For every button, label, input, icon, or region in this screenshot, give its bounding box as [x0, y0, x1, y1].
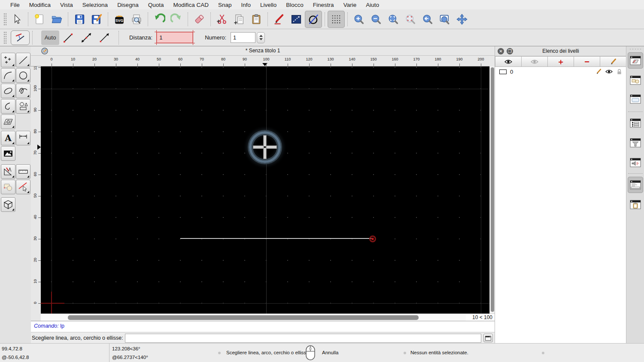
select-window-button[interactable]: [288, 11, 305, 28]
line-tool-button[interactable]: [16, 53, 30, 67]
distance-input[interactable]: [157, 32, 193, 43]
line-double-arrow-button[interactable]: [77, 30, 95, 45]
text-tool-button[interactable]: A: [1, 131, 15, 145]
number-stepper[interactable]: [257, 32, 265, 43]
dock-drag-handle[interactable]: [629, 48, 642, 50]
snap-options-button[interactable]: [11, 30, 30, 45]
layer-edit-pencil-icon[interactable]: [595, 69, 601, 75]
menu-disegna[interactable]: Disegna: [112, 2, 143, 8]
command-line-dock-button[interactable]: [628, 177, 643, 193]
block-list-dock-button[interactable]: [628, 72, 643, 88]
modify-tool-button[interactable]: [1, 164, 15, 179]
polyline-tool-button[interactable]: [1, 99, 15, 114]
hint-bullet: [404, 352, 406, 354]
menu-varie[interactable]: Varie: [339, 2, 361, 8]
zoom-pan-button[interactable]: [453, 11, 471, 28]
blocks-tool-button[interactable]: [1, 180, 15, 194]
toolbar-drag-handle[interactable]: [3, 13, 6, 26]
vertical-scrollbar[interactable]: [489, 66, 495, 314]
shapes-tool-button[interactable]: [16, 99, 30, 114]
open-folder-button[interactable]: [48, 11, 65, 28]
menu-vista[interactable]: Vista: [55, 2, 78, 8]
points-tool-button[interactable]: [1, 53, 15, 67]
edit-entity-button[interactable]: [270, 11, 288, 28]
grid-toggle-button[interactable]: [328, 11, 345, 28]
line-entity[interactable]: [180, 238, 373, 239]
menu-modifica[interactable]: Modifica: [24, 2, 55, 8]
edit-layer-button[interactable]: [600, 56, 626, 67]
zoom-auto-button[interactable]: [385, 11, 402, 28]
select-tool-button[interactable]: [16, 180, 30, 194]
image-tool-button[interactable]: [1, 146, 15, 161]
layer-lock-icon[interactable]: [617, 69, 622, 75]
circle-tool-button[interactable]: [16, 68, 30, 83]
entity-list-dock-button[interactable]: [628, 115, 643, 131]
stepper-up-icon[interactable]: [259, 35, 263, 37]
layer-row[interactable]: 0: [495, 67, 626, 76]
zoom-out-button[interactable]: [368, 11, 385, 28]
layer-list-dock-button[interactable]: [628, 52, 643, 69]
remove-layer-button[interactable]: −: [574, 56, 600, 67]
arc-tool-button[interactable]: [1, 68, 15, 83]
menu-quota[interactable]: Quota: [143, 2, 169, 8]
cut-button[interactable]: [213, 11, 231, 28]
menu-seleziona[interactable]: Seleziona: [78, 2, 112, 8]
layer-color-swatch[interactable]: [499, 69, 507, 74]
zoom-in-button[interactable]: [350, 11, 368, 28]
auto-button[interactable]: Auto: [41, 30, 59, 45]
zoom-back-button[interactable]: [419, 11, 436, 28]
v-ruler: 0102030405060708090100110: [31, 66, 41, 314]
undo-button[interactable]: [151, 11, 168, 28]
zoom-previous-button[interactable]: [402, 11, 419, 28]
menu-blocco[interactable]: Blocco: [281, 2, 308, 8]
zoom-window-button[interactable]: [436, 11, 453, 28]
h-ruler-tick: [395, 63, 395, 66]
spline-tool-button[interactable]: [16, 84, 30, 98]
eraser-button[interactable]: [191, 11, 208, 28]
save-as-button[interactable]: [88, 11, 105, 28]
entity-list-window-icon: [630, 118, 641, 128]
clipboard-dock-button[interactable]: [628, 196, 643, 213]
redo-button[interactable]: [168, 11, 185, 28]
measure-tool-button[interactable]: [16, 164, 30, 179]
drawing-canvas[interactable]: [41, 66, 489, 314]
solid-tool-button[interactable]: [1, 197, 15, 212]
paste-button[interactable]: [248, 11, 265, 28]
detach-command-line-button[interactable]: [483, 334, 493, 342]
horizontal-scrollbar-thumb[interactable]: [68, 315, 419, 320]
stepper-down-icon[interactable]: [259, 38, 263, 40]
command-trigger-dock-button[interactable]: [628, 154, 643, 171]
toolbar-drag-handle[interactable]: [3, 31, 6, 44]
line-two-points-button[interactable]: [59, 30, 77, 45]
new-document-button[interactable]: [31, 11, 48, 28]
toolbar-separator: [267, 12, 268, 26]
menu-info[interactable]: Info: [237, 2, 256, 8]
menu-snap[interactable]: Snap: [213, 2, 237, 8]
copy-button[interactable]: [231, 11, 248, 28]
library-browser-dock-button[interactable]: [628, 91, 643, 107]
hatch-tool-button[interactable]: [1, 115, 15, 129]
menu-modifica-cad[interactable]: Modifica CAD: [168, 2, 213, 8]
print-preview-button[interactable]: [128, 11, 145, 28]
number-input[interactable]: [231, 32, 255, 43]
command-input[interactable]: [125, 334, 481, 343]
show-all-layers-button[interactable]: [495, 56, 522, 67]
layer-visibility-eye-icon[interactable]: [605, 69, 613, 74]
line-arrow-button[interactable]: [95, 30, 113, 45]
selection-filter-dock-button[interactable]: [628, 135, 643, 151]
save-button[interactable]: [71, 11, 88, 28]
vertical-scrollbar-thumb[interactable]: [491, 67, 494, 312]
circle-line-tool-button[interactable]: [305, 11, 322, 28]
hide-all-layers-button[interactable]: [522, 56, 548, 67]
add-layer-button[interactable]: ＋: [548, 56, 574, 67]
menu-aiuto[interactable]: Aiuto: [361, 2, 384, 8]
svg-export-button[interactable]: SVG: [111, 11, 128, 28]
pointer-button[interactable]: [8, 11, 25, 28]
menu-finestra[interactable]: Finestra: [308, 2, 339, 8]
horizontal-scrollbar[interactable]: [41, 314, 466, 321]
dimension-tool-button[interactable]: [16, 131, 30, 145]
ellipse-tool-button[interactable]: [1, 84, 15, 98]
menu-file[interactable]: File: [6, 2, 24, 8]
menu-livello[interactable]: Livello: [255, 2, 281, 8]
toolbar-separator: [28, 12, 28, 26]
